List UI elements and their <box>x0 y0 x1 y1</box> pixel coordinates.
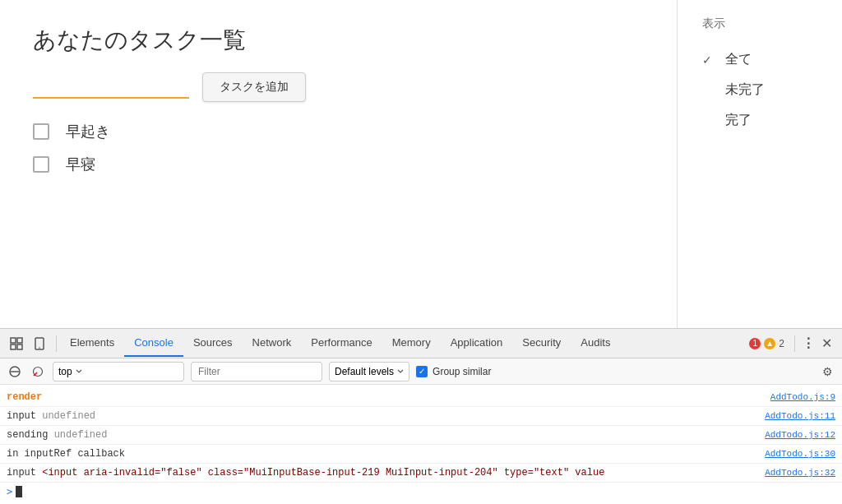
dom-element-content: <input aria-invalid="false" class="MuiIn… <box>42 467 604 479</box>
dom-input-label: input <box>7 467 36 479</box>
level-label: Default levels <box>335 366 394 377</box>
console-source-render[interactable]: AddTodo.js:9 <box>770 390 835 405</box>
sidebar: 表示 ✓ 全て ✓ 未完了 ✓ 完了 <box>678 0 842 328</box>
main-content: あなたのタスク一覧 タスクを追加 早起き 早寝 <box>0 0 678 328</box>
console-line-render: render AddTodo.js:9 <box>0 388 842 407</box>
console-line-dom: input <input aria-invalid="false" class=… <box>0 464 842 483</box>
task-item: 早寝 <box>33 155 644 174</box>
context-label: top <box>58 366 72 377</box>
chevron-down-icon <box>76 369 82 374</box>
svg-rect-0 <box>11 338 16 343</box>
sidebar-label-all: 全て <box>725 51 752 68</box>
console-line-sending: sending undefined AddTodo.js:12 <box>0 426 842 445</box>
task-input[interactable] <box>33 76 189 99</box>
tab-sources[interactable]: Sources <box>183 330 243 357</box>
level-selector[interactable]: Default levels <box>329 362 409 381</box>
console-source-sending[interactable]: AddTodo.js:12 <box>765 428 835 442</box>
svg-rect-3 <box>17 344 22 349</box>
console-line-content: render <box>7 390 770 405</box>
group-similar-toggle[interactable]: ✓ Group similar <box>416 366 491 377</box>
group-similar-label: Group similar <box>433 366 491 377</box>
inputref-label: in inputRef callback <box>7 448 125 460</box>
devtools-panel: Elements Console Sources Network Perform… <box>0 328 842 504</box>
task-label-1: 早起き <box>66 122 110 141</box>
error-badge: 1 ▲ 2 <box>749 338 784 349</box>
devtools-tabs-bar: Elements Console Sources Network Perform… <box>0 329 842 358</box>
tab-console[interactable]: Console <box>124 330 183 357</box>
tab-security[interactable]: Security <box>512 330 571 357</box>
svg-rect-2 <box>17 338 22 343</box>
console-line-content-4: in inputRef callback <box>7 446 765 461</box>
sending-label: sending <box>7 429 48 441</box>
close-devtools-button[interactable]: ✕ <box>818 335 835 351</box>
filter-icon[interactable] <box>30 363 46 380</box>
console-prompt: > <box>0 483 842 501</box>
console-source-inputref[interactable]: AddTodo.js:30 <box>765 446 835 461</box>
input-undefined: undefined <box>42 410 95 422</box>
app-container: あなたのタスク一覧 タスクを追加 早起き 早寝 表示 ✓ 全て ✓ 未完了 <box>0 0 842 328</box>
filter-input-wrap <box>191 362 322 381</box>
more-options-button[interactable]: ⋮ <box>798 335 818 351</box>
tab-performance[interactable]: Performance <box>301 330 382 357</box>
chevron-down-icon-2 <box>397 369 404 374</box>
tab-divider <box>56 335 57 352</box>
warning-count: 2 <box>779 338 784 349</box>
input-label: input <box>7 410 36 422</box>
console-line-input: input undefined AddTodo.js:11 <box>0 407 842 426</box>
tab-elements[interactable]: Elements <box>60 330 124 357</box>
task-checkbox-1[interactable] <box>33 123 49 140</box>
task-input-row: タスクを追加 <box>33 72 644 102</box>
tab-application[interactable]: Application <box>441 330 513 357</box>
svg-point-5 <box>39 347 40 349</box>
task-item: 早起き <box>33 122 644 141</box>
sending-undefined: undefined <box>54 429 108 441</box>
warning-dot: ▲ <box>764 338 775 349</box>
sidebar-section-title: 表示 <box>702 16 817 31</box>
task-checkbox-2[interactable] <box>33 156 49 173</box>
sidebar-label-complete: 完了 <box>725 112 752 129</box>
task-label-2: 早寝 <box>66 155 95 174</box>
console-line-content-5: input <input aria-invalid="false" class=… <box>7 465 765 480</box>
sidebar-item-incomplete[interactable]: ✓ 未完了 <box>702 75 817 105</box>
badge-divider <box>794 335 795 352</box>
add-task-button[interactable]: タスクを追加 <box>202 72 306 102</box>
sidebar-item-all[interactable]: ✓ 全て <box>702 44 817 75</box>
devtools-toolbar: top Default levels ✓ Group similar ⚙ <box>0 358 842 385</box>
context-selector[interactable]: top <box>53 362 184 381</box>
settings-gear-icon[interactable]: ⚙ <box>819 363 835 380</box>
clear-console-icon[interactable] <box>7 363 23 380</box>
mobile-icon[interactable] <box>30 334 49 354</box>
console-line-inputref: in inputRef callback AddTodo.js:30 <box>0 445 842 464</box>
console-line-content-3: sending undefined <box>7 428 765 442</box>
tab-network[interactable]: Network <box>243 330 302 357</box>
filter-input[interactable] <box>191 362 322 381</box>
inspect-icon[interactable] <box>7 334 26 354</box>
console-source-input[interactable]: AddTodo.js:11 <box>765 409 835 423</box>
prompt-arrow-icon: > <box>7 486 12 497</box>
task-list: 早起き 早寝 <box>33 122 644 174</box>
svg-rect-1 <box>11 344 16 349</box>
checkmark-icon: ✓ <box>702 53 715 67</box>
page-title: あなたのタスク一覧 <box>33 25 644 56</box>
render-keyword: render <box>7 391 42 403</box>
group-similar-checkbox[interactable]: ✓ <box>416 366 428 377</box>
sidebar-item-complete[interactable]: ✓ 完了 <box>702 105 817 136</box>
console-line-content-2: input undefined <box>7 409 765 423</box>
console-source-dom[interactable]: AddTodo.js:32 <box>765 465 835 480</box>
cursor <box>16 486 22 497</box>
console-output: render AddTodo.js:9 input undefined AddT… <box>0 385 842 504</box>
tab-audits[interactable]: Audits <box>571 330 620 357</box>
tab-memory[interactable]: Memory <box>382 330 441 357</box>
error-dot: 1 <box>749 338 761 349</box>
sidebar-label-incomplete: 未完了 <box>725 81 765 99</box>
